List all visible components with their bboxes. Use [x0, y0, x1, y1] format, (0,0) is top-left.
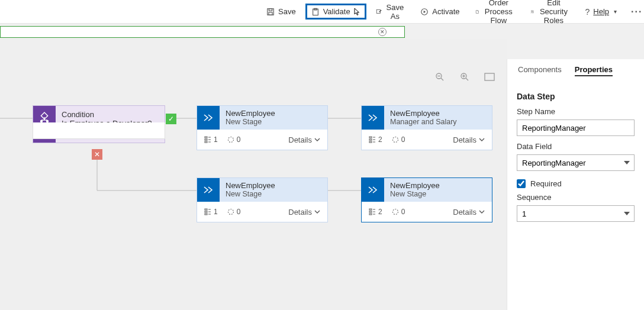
spin-count: 0	[227, 208, 241, 216]
stage-footer: 1 0 Details	[197, 130, 327, 150]
stage-subtitle: New Stage	[226, 118, 321, 126]
condition-yes-badge: ✓	[166, 114, 176, 124]
steps-count: 1	[204, 135, 218, 144]
stage-node[interactable]: NewEmployee New Stage 1 0 Details	[197, 177, 328, 222]
designer-canvas[interactable]: Condition Is Employee a Developer? ✓ ✕ N…	[0, 39, 507, 310]
sequence-select[interactable]: 1	[517, 205, 635, 222]
zoom-out-icon[interactable]	[434, 72, 445, 82]
step-name-input[interactable]	[517, 120, 635, 136]
condition-title: Condition	[62, 110, 159, 119]
save-as-label: Save As	[385, 3, 405, 21]
stage-titles: NewEmployee New Stage	[220, 178, 327, 202]
svg-rect-49	[369, 209, 372, 210]
save-as-button[interactable]: Save As	[370, 0, 411, 24]
save-icon	[266, 8, 275, 16]
stage-icon	[362, 106, 384, 130]
order-flow-label: Order Process Flow	[482, 0, 514, 25]
fit-screen-icon[interactable]	[484, 72, 495, 82]
help-button[interactable]: ? Help ▾	[579, 4, 623, 20]
svg-point-34	[228, 137, 233, 143]
svg-point-8	[532, 11, 533, 12]
condition-footer	[33, 122, 165, 139]
svg-point-55	[392, 209, 398, 215]
stage-header: NewEmployee New Stage	[362, 178, 492, 202]
svg-rect-44	[205, 214, 207, 215]
connectors	[0, 39, 507, 310]
svg-rect-29	[205, 139, 207, 140]
svg-rect-2	[269, 12, 272, 14]
zoom-in-icon[interactable]	[459, 72, 470, 82]
chevron-down-icon	[479, 209, 485, 215]
chevron-down-icon	[479, 137, 485, 143]
svg-line-16	[441, 78, 443, 80]
steps-count: 2	[369, 135, 382, 144]
help-icon: ?	[585, 7, 590, 17]
stage-node[interactable]: NewEmployee New Stage 2 0 Details	[361, 177, 492, 222]
stage-header: NewEmployee New Stage	[197, 106, 327, 130]
details-button[interactable]: Details	[453, 208, 485, 217]
spin-count: 0	[227, 135, 241, 144]
data-field-select[interactable]: ReportingManager	[517, 154, 635, 171]
clipboard-icon	[311, 8, 320, 16]
chevron-down-icon	[314, 137, 320, 143]
canvas-tools	[434, 72, 495, 82]
svg-rect-36	[369, 139, 372, 140]
order-flow-button[interactable]: Order Process Flow	[469, 0, 521, 28]
svg-rect-28	[205, 137, 207, 138]
details-button[interactable]: Details	[288, 135, 320, 144]
stage-footer: 1 0 Details	[197, 202, 327, 222]
svg-rect-30	[205, 141, 207, 143]
svg-rect-51	[369, 214, 372, 215]
tab-properties[interactable]: Properties	[575, 65, 613, 76]
stage-node[interactable]: NewEmployee New Stage 1 0 Details	[197, 105, 328, 150]
details-button[interactable]: Details	[288, 208, 320, 217]
help-label: Help	[593, 7, 609, 16]
data-field-label: Data Field	[517, 142, 635, 151]
stage-footer: 2 0 Details	[362, 202, 492, 222]
activate-icon	[420, 8, 429, 16]
validate-button[interactable]: Validate	[305, 4, 366, 20]
document-icon	[475, 8, 479, 16]
save-label: Save	[278, 7, 296, 16]
stage-icon	[362, 178, 384, 202]
tab-components[interactable]: Components	[518, 65, 562, 76]
more-button[interactable]: ···	[626, 7, 644, 17]
condition-no-badge: ✕	[92, 149, 102, 160]
stage-subtitle: New Stage	[390, 190, 486, 198]
stage-header: NewEmployee New Stage	[197, 178, 327, 202]
toolbar-right: ? Help ▾ ···	[579, 4, 644, 20]
steps-count: 2	[369, 208, 382, 216]
svg-rect-0	[268, 8, 274, 15]
stage-titles: NewEmployee New Stage	[220, 106, 327, 130]
svg-rect-35	[369, 137, 372, 138]
edit-roles-label: Edit Security Roles	[537, 0, 569, 25]
panel-body: Data Step Step Name Data Field Reporting…	[507, 82, 644, 227]
message-bar: ✕	[0, 26, 405, 38]
chevron-down-icon: ▾	[614, 8, 617, 15]
svg-point-41	[392, 137, 398, 143]
svg-rect-50	[369, 211, 372, 212]
save-button[interactable]: Save	[260, 4, 302, 20]
svg-point-48	[228, 209, 233, 215]
details-button[interactable]: Details	[453, 135, 485, 144]
activate-button[interactable]: Activate	[414, 4, 465, 20]
stage-icon	[197, 178, 220, 202]
edit-roles-button[interactable]: Edit Security Roles	[524, 0, 576, 28]
required-label: Required	[530, 179, 562, 188]
cursor-icon	[354, 8, 360, 16]
stage-footer: 2 0 Details	[362, 130, 492, 150]
activate-label: Activate	[432, 7, 459, 16]
stage-header: NewEmployee Manager and Salary	[362, 106, 492, 130]
svg-rect-43	[205, 211, 207, 212]
required-checkbox[interactable]	[517, 179, 526, 188]
close-icon[interactable]: ✕	[378, 28, 387, 36]
svg-rect-1	[269, 8, 272, 11]
svg-point-7	[531, 10, 532, 11]
stage-subtitle: Manager and Salary	[390, 118, 486, 126]
stage-title: NewEmployee	[226, 109, 321, 118]
stage-titles: NewEmployee Manager and Salary	[384, 106, 492, 130]
stage-node[interactable]: NewEmployee Manager and Salary 2 0 Detai…	[361, 105, 492, 150]
stage-title: NewEmployee	[390, 109, 486, 118]
chevron-down-icon	[314, 209, 320, 215]
spin-count: 0	[392, 135, 405, 144]
